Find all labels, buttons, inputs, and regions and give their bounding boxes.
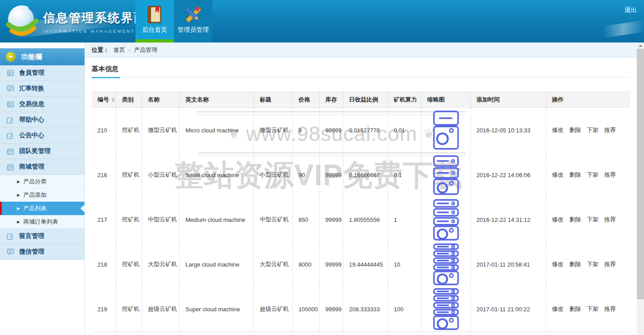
product-thumbnail-machine-icon — [421, 242, 471, 287]
action-unlist[interactable]: 下架 — [587, 260, 598, 268]
sidebar-subitem[interactable]: ▶产品分类 — [0, 175, 84, 188]
column-header-label: 日收益比例 — [349, 96, 378, 104]
app-header: 信息管理系统界面 INFORMATION MANAGEMENT SYSTEM G… — [0, 0, 644, 42]
action-delete[interactable]: 删除 — [569, 126, 581, 134]
sidebar-panel-title-label: 功能欄 — [21, 53, 42, 61]
action-delete[interactable]: 删除 — [569, 216, 581, 224]
chat-icon — [6, 248, 14, 255]
table-row: 216挖矿机小型云矿机Small cloud machine小型云矿机90999… — [92, 153, 630, 197]
edit-icon — [6, 132, 14, 139]
action-unlist[interactable]: 下架 — [587, 216, 598, 224]
breadcrumb-separator: › — [129, 47, 130, 53]
cell-id: 210 — [92, 108, 116, 153]
app-logo-globe-icon — [4, 2, 41, 42]
action-delete[interactable]: 删除 — [569, 260, 581, 268]
sidebar-item[interactable]: 帮助中心 — [0, 112, 84, 128]
action-modify[interactable]: 修改 — [552, 305, 564, 313]
column-header-5: 价格 — [293, 92, 320, 107]
content-tabbar: 基本信息 — [92, 65, 120, 78]
tab-basic-info[interactable]: 基本信息 — [92, 65, 118, 77]
scroll-up-arrow-icon[interactable] — [637, 42, 644, 49]
action-modify[interactable]: 修改 — [552, 126, 564, 134]
column-header-11: 操作 — [546, 92, 630, 107]
sidebar-subitem-label: 产品分类 — [23, 178, 46, 186]
header-tab-home[interactable]: 后台首页 — [135, 0, 174, 42]
sidebar-subitem[interactable]: ▶产品列表 — [0, 202, 84, 215]
cell-id: 216 — [92, 153, 116, 197]
cell-en_name: Small cloud machine — [180, 153, 254, 197]
action-unlist[interactable]: 下架 — [587, 305, 598, 313]
sidebar-item[interactable]: 留言管理 — [0, 229, 84, 244]
column-header-1: 类别 — [116, 92, 142, 107]
cell-added: 2016-12-22 14:31:12 — [471, 197, 546, 242]
sidebar-subitem[interactable]: ▶产品添加 — [0, 188, 84, 202]
table-icon — [6, 70, 14, 76]
sidebar-subitem-label: 商城订单列表 — [23, 218, 58, 226]
cell-name: 大型云矿机 — [142, 242, 180, 287]
column-header-0[interactable]: 编号 — [92, 92, 116, 107]
sidebar-item[interactable]: 汇率转换 — [0, 81, 84, 97]
column-header-label: 英文名称 — [185, 96, 209, 104]
sidebar-item[interactable]: 交易信息 — [0, 97, 84, 112]
cell-stock: 99999 — [320, 153, 343, 197]
sidebar-item[interactable]: 公告中心 — [0, 128, 84, 144]
cell-price: 100000 — [293, 287, 320, 331]
breadcrumb-prefix: 位置： — [92, 46, 109, 54]
table-icon — [6, 101, 14, 108]
cell-added: 2017-01-11 20:58:41 — [471, 242, 546, 287]
action-modify[interactable]: 修改 — [552, 260, 564, 268]
sidebar-item[interactable]: 微信管理 — [0, 244, 84, 260]
logout-button[interactable]: 退出 — [624, 6, 637, 14]
column-header-label: 名称 — [148, 96, 160, 104]
cell-price: 9 — [293, 108, 320, 153]
table-row: 218挖矿机大型云矿机Large cloud machine大型云矿机80009… — [92, 242, 630, 287]
cell-title: 中型云矿机 — [254, 197, 293, 242]
sidebar-item[interactable]: 商城管理 — [0, 159, 84, 175]
action-recommend[interactable]: 推荐 — [604, 126, 616, 134]
scrollbar-thumb[interactable] — [637, 49, 644, 299]
action-delete[interactable]: 删除 — [569, 171, 581, 179]
column-header-7: 日收益比例 — [343, 92, 388, 107]
sort-icon[interactable] — [111, 98, 115, 102]
sidebar-panel-title[interactable]: 功能欄 — [0, 48, 84, 65]
column-header-label: 类别 — [122, 96, 134, 104]
action-modify[interactable]: 修改 — [552, 171, 564, 179]
cell-id: 218 — [92, 242, 116, 287]
vertical-scrollbar[interactable] — [637, 42, 644, 335]
sidebar: 功能欄 會員管理汇率转换交易信息帮助中心公告中心团队奖管理商城管理▶产品分类▶产… — [0, 42, 85, 335]
cell-added: 2016-12-05 10:13:33 — [471, 108, 546, 153]
table-row: 219挖矿机超级云矿机Super cloud machine超级云矿机10000… — [92, 287, 630, 331]
breadcrumb-item[interactable]: 产品管理 — [134, 47, 157, 53]
action-recommend[interactable]: 推荐 — [604, 171, 616, 179]
sidebar-item[interactable]: 团队奖管理 — [0, 144, 84, 159]
sidebar-item[interactable]: 會員管理 — [0, 65, 84, 81]
cell-power: 0.1 — [388, 153, 421, 197]
header-flare-right — [594, 19, 644, 39]
action-recommend[interactable]: 推荐 — [604, 216, 616, 224]
header-tab-admin[interactable]: 管理员管理 — [174, 0, 212, 42]
header-tabs: 后台首页管理员管理 — [135, 0, 212, 42]
cell-id: 217 — [92, 197, 116, 242]
row-actions: 修改删除下架推荐 — [546, 153, 630, 197]
tab-active-underline — [92, 77, 120, 78]
action-modify[interactable]: 修改 — [552, 216, 564, 224]
sidebar-subitem[interactable]: ▶商城订单列表 — [0, 215, 84, 229]
column-header-label: 操作 — [552, 96, 564, 104]
row-actions: 修改删除下架推荐 — [546, 197, 630, 242]
action-recommend[interactable]: 推荐 — [604, 305, 616, 313]
action-unlist[interactable]: 下架 — [587, 171, 598, 179]
cell-power: 1 — [388, 197, 421, 242]
cell-daily_rate: 0.16666667 — [343, 153, 388, 197]
sidebar-subitem-label: 产品列表 — [23, 204, 46, 212]
cell-added: 2017-01-11 21:00:22 — [471, 287, 546, 331]
action-delete[interactable]: 删除 — [569, 305, 581, 313]
calendar-icon — [6, 164, 14, 170]
cell-title: 微型云矿机 — [254, 108, 293, 153]
breadcrumb-item[interactable]: 首页 — [114, 47, 125, 53]
sidebar-item-label: 商城管理 — [19, 163, 44, 171]
action-unlist[interactable]: 下架 — [587, 126, 598, 134]
action-recommend[interactable]: 推荐 — [604, 260, 616, 268]
chevron-down-circle-icon — [6, 52, 16, 62]
cell-name: 微型云矿机 — [142, 108, 180, 153]
product-thumbnail-machine-icon — [421, 287, 471, 331]
